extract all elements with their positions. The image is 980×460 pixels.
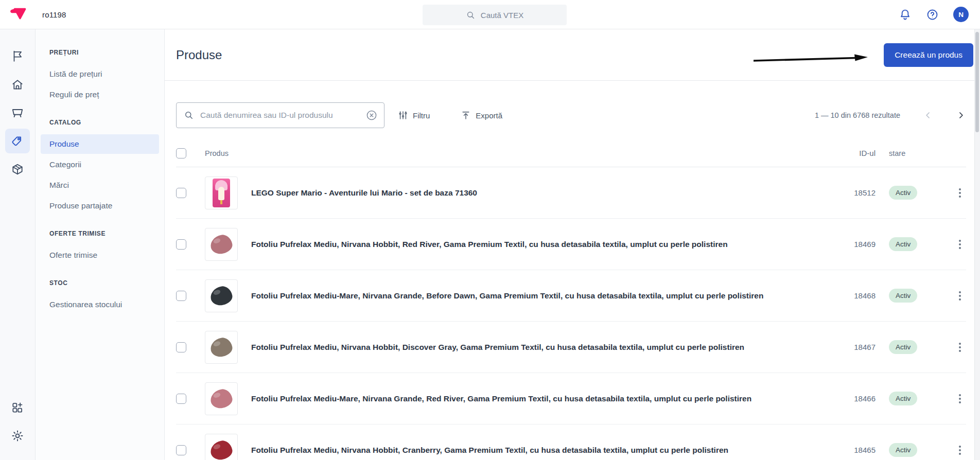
product-thumbnail xyxy=(205,176,238,209)
column-header-id: ID-ul xyxy=(834,149,876,157)
row-checkbox[interactable] xyxy=(176,342,186,352)
status-badge: Activ xyxy=(889,186,917,200)
home-icon[interactable] xyxy=(5,72,30,97)
sidebar: PREȚURI Listă de prețuri Reguli de preț … xyxy=(36,29,165,460)
product-title-link[interactable]: LEGO Super Mario - Aventurile lui Mario … xyxy=(251,188,834,198)
section-title: PREȚURI xyxy=(36,49,164,56)
product-thumbnail xyxy=(205,331,238,364)
product-search-input[interactable] xyxy=(199,110,360,120)
row-actions-kebab-icon[interactable] xyxy=(958,342,962,353)
clear-search-icon[interactable] xyxy=(365,109,378,121)
sidebar-section-oferte: OFERTE TRIMISE Oferte trimise xyxy=(36,230,164,265)
section-title: CATALOG xyxy=(36,119,164,126)
section-title: OFERTE TRIMISE xyxy=(36,230,164,237)
select-all-checkbox[interactable] xyxy=(176,148,186,158)
global-search-input[interactable]: Caută VTEX xyxy=(423,5,567,25)
row-actions-kebab-icon[interactable] xyxy=(958,393,962,404)
topbar-actions: N xyxy=(899,7,972,22)
filter-sliders-icon xyxy=(398,110,408,120)
notifications-bell-icon[interactable] xyxy=(899,8,912,21)
product-title-link[interactable]: Fotoliu Pufrelax Mediu, Nirvana Hobbit, … xyxy=(251,446,834,455)
product-thumbnail xyxy=(205,434,238,460)
product-id: 18466 xyxy=(834,394,876,403)
sidebar-item-produse[interactable]: Produse xyxy=(41,134,159,154)
table-header: Produs ID-ul stare xyxy=(176,139,966,167)
apps-icon[interactable] xyxy=(5,395,30,420)
catalog-tag-icon[interactable] xyxy=(5,129,30,153)
product-title-link[interactable]: Fotoliu Pufrelax Mediu-Mare, Nirvana Gra… xyxy=(251,291,834,300)
pagination-range: 1 — 10 din 6768 rezultate xyxy=(815,111,900,119)
product-title-link[interactable]: Fotoliu Pufrelax Mediu, Nirvana Hobbit, … xyxy=(251,343,834,352)
section-title: STOC xyxy=(36,279,164,287)
filter-button[interactable]: Filtru xyxy=(395,110,433,121)
user-avatar[interactable]: N xyxy=(953,7,969,22)
table-row: LEGO Super Mario - Aventurile lui Mario … xyxy=(176,167,966,219)
status-badge: Activ xyxy=(889,340,917,354)
product-id: 18467 xyxy=(834,343,876,351)
export-button[interactable]: Exportă xyxy=(458,110,505,121)
help-icon[interactable] xyxy=(926,8,939,21)
column-header-produs: Produs xyxy=(205,149,229,157)
product-thumbnail xyxy=(205,279,238,312)
product-id: 18465 xyxy=(834,446,876,454)
beanbag-image xyxy=(209,387,234,410)
vtex-logo-icon xyxy=(10,7,27,22)
pagination-prev-icon[interactable] xyxy=(923,110,933,120)
export-label: Exportă xyxy=(476,111,502,120)
account-name: ro1198 xyxy=(42,10,66,19)
row-checkbox[interactable] xyxy=(176,394,186,404)
export-up-arrow-icon xyxy=(461,110,471,120)
row-actions-kebab-icon[interactable] xyxy=(958,445,962,456)
status-badge: Activ xyxy=(889,289,917,303)
beanbag-image xyxy=(209,233,234,256)
sidebar-item-categorii[interactable]: Categorii xyxy=(41,155,159,174)
filter-label: Filtru xyxy=(413,111,430,120)
flag-icon[interactable] xyxy=(5,44,30,68)
sidebar-item-oferte-trimise[interactable]: Oferte trimise xyxy=(41,245,159,265)
table-row: Fotoliu Pufrelax Mediu, Nirvana Hobbit, … xyxy=(176,219,966,270)
table-row: Fotoliu Pufrelax Mediu-Mare, Nirvana Gra… xyxy=(176,270,966,322)
product-title-link[interactable]: Fotoliu Pufrelax Mediu-Mare, Nirvana Gra… xyxy=(251,394,834,403)
row-actions-kebab-icon[interactable] xyxy=(958,290,962,302)
search-icon xyxy=(466,10,476,20)
global-search-placeholder: Caută VTEX xyxy=(481,11,523,20)
column-header-stare: stare xyxy=(889,149,929,157)
row-actions-kebab-icon[interactable] xyxy=(958,239,962,250)
sidebar-item-lista-de-preturi[interactable]: Listă de prețuri xyxy=(41,64,159,84)
page-header: Produse Creează un produs xyxy=(165,29,980,81)
sidebar-item-marci[interactable]: Mărci xyxy=(41,175,159,195)
sidebar-item-gestionarea-stocului[interactable]: Gestionarea stocului xyxy=(41,295,159,314)
scrollbar-thumb[interactable] xyxy=(975,32,979,132)
settings-gear-icon[interactable] xyxy=(5,423,30,448)
product-id: 18468 xyxy=(834,291,876,300)
pagination-next-icon[interactable] xyxy=(956,110,966,120)
status-badge: Activ xyxy=(889,392,917,405)
row-checkbox[interactable] xyxy=(176,291,186,301)
row-checkbox[interactable] xyxy=(176,239,186,250)
product-title-link[interactable]: Fotoliu Pufrelax Mediu, Nirvana Hobbit, … xyxy=(251,240,834,249)
vertical-scrollbar[interactable] xyxy=(974,29,980,460)
product-id: 18469 xyxy=(834,240,876,249)
toolbar: Filtru Exportă 1 — 10 din 6768 rezultate xyxy=(176,102,966,128)
row-checkbox[interactable] xyxy=(176,445,186,455)
pagination: 1 — 10 din 6768 rezultate xyxy=(815,110,966,120)
sidebar-item-produse-partajate[interactable]: Produse partajate xyxy=(41,196,159,216)
cart-icon[interactable] xyxy=(5,100,30,125)
row-actions-kebab-icon[interactable] xyxy=(958,187,962,199)
table-row: Fotoliu Pufrelax Mediu-Mare, Nirvana Gra… xyxy=(176,373,966,424)
sidebar-section-prices: PREȚURI Listă de prețuri Reguli de preț xyxy=(36,49,164,104)
product-search-box xyxy=(176,102,384,128)
product-thumbnail xyxy=(205,228,238,261)
product-thumbnail xyxy=(205,382,238,415)
beanbag-image xyxy=(209,336,234,359)
beanbag-image xyxy=(209,439,234,460)
annotation-arrow xyxy=(752,53,868,64)
create-product-button[interactable]: Creează un produs xyxy=(884,43,973,67)
product-id: 18512 xyxy=(834,188,876,197)
row-checkbox[interactable] xyxy=(176,188,186,198)
main-content: Produse Creează un produs xyxy=(165,29,980,460)
package-icon[interactable] xyxy=(5,157,30,182)
status-badge: Activ xyxy=(889,443,917,457)
search-icon xyxy=(184,110,194,120)
sidebar-item-reguli-de-pret[interactable]: Reguli de preț xyxy=(41,85,159,104)
